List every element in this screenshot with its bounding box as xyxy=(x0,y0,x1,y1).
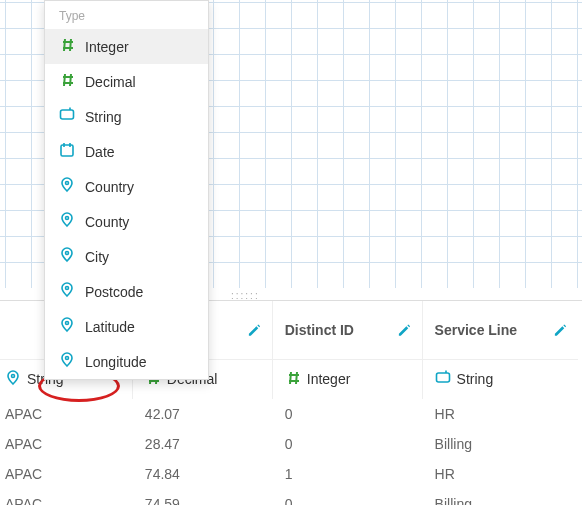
dropdown-item-city[interactable]: City xyxy=(45,239,208,274)
table-cell: APAC xyxy=(0,459,132,489)
table-cell: Billing xyxy=(422,429,578,459)
pin-icon xyxy=(59,317,75,336)
dropdown-item-latitude[interactable]: Latitude xyxy=(45,309,208,344)
dropdown-header: Type xyxy=(45,7,208,29)
pencil-icon[interactable] xyxy=(553,322,568,337)
dropdown-item-longitude[interactable]: Longitude xyxy=(45,344,208,379)
dropdown-item-postcode[interactable]: Postcode xyxy=(45,274,208,309)
dropdown-item-decimal[interactable]: Decimal xyxy=(45,64,208,99)
table-cell: HR xyxy=(422,399,578,429)
table-cell: Billing xyxy=(422,489,578,505)
dropdown-item-county[interactable]: County xyxy=(45,204,208,239)
type-cell[interactable]: Integer xyxy=(272,359,422,399)
string-icon xyxy=(435,370,451,389)
dropdown-item-date[interactable]: Date xyxy=(45,134,208,169)
calendar-icon xyxy=(59,142,75,161)
table-cell: APAC xyxy=(0,429,132,459)
table-cell: 0 xyxy=(272,429,422,459)
hash-icon xyxy=(59,37,75,56)
pin-icon xyxy=(59,247,75,266)
pin-icon xyxy=(59,282,75,301)
column-header[interactable]: Service Line xyxy=(422,301,578,359)
pencil-icon[interactable] xyxy=(247,322,262,337)
table-cell: 28.47 xyxy=(132,429,272,459)
string-icon xyxy=(59,107,75,126)
hash-icon xyxy=(59,72,75,91)
table-cell: APAC xyxy=(0,399,132,429)
dropdown-item-string[interactable]: String xyxy=(45,99,208,134)
table-cell: 0 xyxy=(272,399,422,429)
column-header-label: Service Line xyxy=(435,322,518,338)
table-cell: 1 xyxy=(272,459,422,489)
pencil-icon[interactable] xyxy=(397,322,412,337)
pin-icon xyxy=(59,212,75,231)
column-header-label: Distinct ID xyxy=(285,322,354,338)
type-dropdown: Type Integer Decimal String Date Country… xyxy=(44,0,209,380)
table-cell: 74.59 xyxy=(132,489,272,505)
table-cell: 42.07 xyxy=(132,399,272,429)
table-cell: 0 xyxy=(272,489,422,505)
table-cell: 74.84 xyxy=(132,459,272,489)
pin-icon xyxy=(59,177,75,196)
dropdown-item-country[interactable]: Country xyxy=(45,169,208,204)
table-cell: HR xyxy=(422,459,578,489)
hash-icon xyxy=(285,370,301,389)
pin-icon xyxy=(5,370,21,389)
pin-icon xyxy=(59,352,75,371)
type-cell[interactable]: String xyxy=(422,359,578,399)
table-cell: APAC xyxy=(0,489,132,505)
dropdown-item-integer[interactable]: Integer xyxy=(45,29,208,64)
column-header[interactable]: Distinct ID xyxy=(272,301,422,359)
